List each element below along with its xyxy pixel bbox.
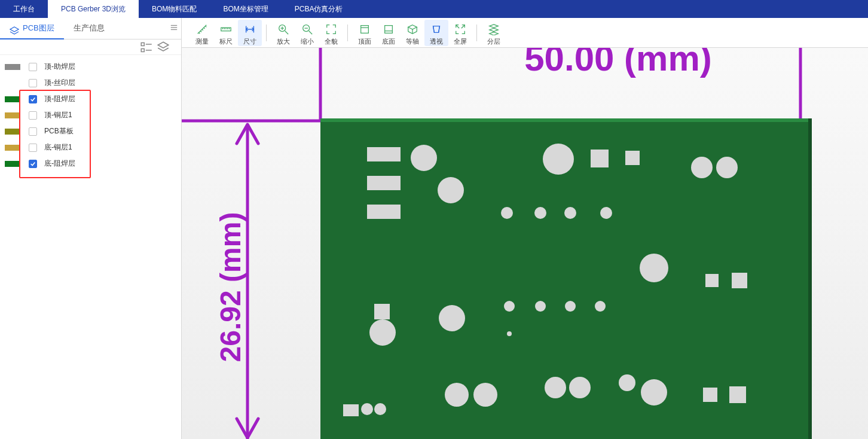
svg-rect-5 [141,48,144,51]
svg-rect-4 [141,42,144,45]
sidebar-tab-1[interactable]: 生产信息 [64,18,114,39]
tool-全屏[interactable]: 全屏 [448,20,472,46]
layer-row[interactable]: PCB基板 [0,123,181,139]
layer-row[interactable]: 顶-丝印层 [0,75,181,91]
top-nav: 工作台PCB Gerber 3D浏览BOM物料匹配BOM坐标管理PCBA仿真分析 [0,0,868,18]
svg-marker-40 [490,32,499,35]
ruler-icon [219,23,233,36]
svg-point-66 [600,207,612,219]
fit-icon [325,23,338,36]
pcb-board [320,118,812,439]
svg-point-80 [545,377,566,398]
tool-透视[interactable]: 透视 [424,20,448,46]
layer-checkbox[interactable] [29,111,37,120]
layer-checkbox[interactable] [29,144,37,152]
svg-marker-39 [490,28,499,31]
viewport-3d[interactable]: 50.00 (mm) 26.92 (mm) [182,48,868,439]
zoom-out-icon [301,23,314,36]
zoom-in-icon [277,23,290,36]
tool-尺寸[interactable]: 尺寸 [238,20,262,46]
svg-marker-8 [158,42,169,48]
tool-label: 缩小 [301,37,314,46]
layer-label: 顶-丝印层 [44,78,75,88]
layers-panel: 顶-助焊层顶-丝印层顶-阻焊层顶-铜层1PCB基板底-铜层1底-阻焊层 [0,55,181,439]
height-label: 26.92 (mm) [215,212,246,362]
layer-checkbox[interactable] [29,63,37,71]
sidebar: PCB图层生产信息 顶-助焊层顶-丝印层顶-阻焊层顶-铜层1PCB基板底-铜层1… [0,18,182,439]
svg-rect-67 [374,304,390,319]
layer-checkbox[interactable] [29,127,37,136]
nav-tab-4[interactable]: PCBA仿真分析 [282,0,356,18]
svg-point-81 [569,377,591,398]
svg-point-69 [439,305,465,331]
svg-point-63 [501,207,513,219]
svg-point-76 [361,403,373,415]
persp-view-icon [430,23,443,36]
sidebar-tab-0[interactable]: PCB图层 [0,18,64,39]
svg-rect-62 [732,273,747,288]
tool-等轴[interactable]: 等轴 [401,20,424,46]
layer-label: 底-铜层1 [44,142,72,153]
layer-label: 顶-助焊层 [44,62,75,72]
svg-rect-51 [367,176,401,190]
layers-icon [10,23,19,33]
svg-point-64 [534,207,546,219]
svg-point-77 [374,403,386,415]
tool-标尺[interactable]: 标尺 [214,20,238,46]
tool-缩小[interactable]: 缩小 [295,20,319,46]
tool-label: 尺寸 [243,37,256,46]
layer-label: PCB基板 [44,126,74,136]
layer-label: 顶-铜层1 [44,110,72,120]
layer-checkbox[interactable] [29,95,37,103]
tool-测量[interactable]: 测量 [190,20,214,46]
layer-row[interactable]: 底-铜层1 [0,139,181,156]
layer-checkbox[interactable] [29,160,37,168]
svg-rect-75 [343,404,359,416]
toolbar-group-1: 放大缩小全貌 [267,20,348,46]
svg-line-23 [309,31,312,34]
tool-底面[interactable]: 底面 [377,20,401,46]
layer-row[interactable]: 底-阻焊层 [0,156,181,172]
layer-label: 底-阻焊层 [44,158,75,169]
tool-分层[interactable]: 分层 [482,20,506,46]
svg-point-72 [565,301,576,312]
layer-swatch [5,161,20,167]
layer-row[interactable]: 顶-铜层1 [0,107,181,123]
toolbar-group-2: 顶面底面等轴透视全屏 [348,20,477,46]
tool-label: 全屏 [454,37,467,46]
tool-label: 测量 [195,37,209,46]
svg-point-68 [369,319,396,346]
svg-rect-49 [808,118,812,439]
layer-row[interactable]: 顶-阻焊层 [0,91,181,107]
list-view-icon[interactable] [140,41,152,53]
layer-swatch [5,80,20,86]
svg-rect-61 [705,274,719,287]
tool-label: 标尺 [219,37,233,46]
svg-rect-52 [367,205,401,219]
tool-放大[interactable]: 放大 [271,20,295,46]
layers-toggle-icon[interactable] [157,41,169,53]
tool-顶面[interactable]: 顶面 [353,20,377,46]
svg-point-55 [543,144,574,175]
layer-checkbox[interactable] [29,79,37,87]
nav-tab-2[interactable]: BOM物料匹配 [139,0,210,18]
svg-rect-25 [361,26,369,33]
tool-label: 放大 [277,37,290,46]
layer-swatch [5,145,20,151]
tool-label: 分层 [487,37,500,46]
svg-point-59 [716,157,738,178]
svg-line-36 [456,25,459,28]
layer-label: 顶-阻焊层 [44,94,75,104]
tool-全貌[interactable]: 全貌 [319,20,343,46]
nav-tab-1[interactable]: PCB Gerber 3D浏览 [48,0,139,18]
nav-tab-3[interactable]: BOM坐标管理 [210,0,281,18]
svg-rect-57 [625,151,640,165]
nav-tab-0[interactable]: 工作台 [0,0,48,18]
layer-swatch [5,129,20,135]
svg-point-54 [438,177,464,203]
svg-line-37 [461,25,464,28]
layer-swatch [5,112,20,118]
collapse-icon[interactable] [167,23,181,33]
layer-row[interactable]: 顶-助焊层 [0,59,181,75]
tool-label: 透视 [430,37,443,46]
